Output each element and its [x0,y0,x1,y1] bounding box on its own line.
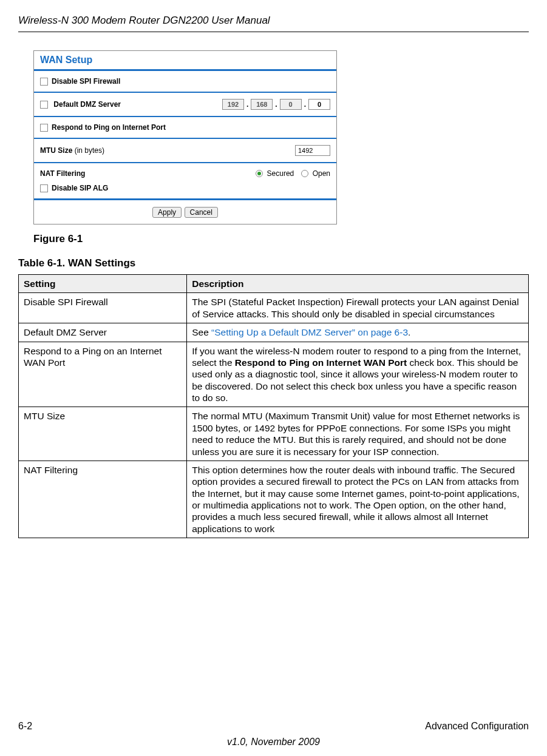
cell-setting: Default DMZ Server [19,323,187,342]
wan-setup-screenshot: WAN Setup Disable SPI Firewall Default D… [33,50,337,224]
cell-setting: Respond to a Ping on an Internet WAN Por… [19,342,187,407]
apply-button[interactable]: Apply [152,207,182,218]
running-header: Wireless-N 300 Modem Router DGN2200 User… [18,15,529,32]
screenshot-title: WAN Setup [34,51,336,69]
label-nat: NAT Filtering [40,169,256,178]
row-disable-spi: Disable SPI Firewall [34,71,336,92]
dmz-octet-4[interactable]: 0 [308,99,330,110]
label-mtu: MTU Size [40,146,72,155]
doc-version: v1.0, November 2009 [18,737,529,748]
page-number: 6-2 [18,721,32,732]
table-row: Respond to a Ping on an Internet WAN Por… [19,342,529,407]
th-setting: Setting [19,275,187,293]
label-disable-spi: Disable SPI Firewall [52,77,120,86]
cell-desc: See “Setting Up a Default DMZ Server” on… [187,323,529,342]
row-mtu: MTU Size (in bytes) 1492 [34,139,336,162]
dot: . [246,100,248,109]
label-respond-ping: Respond to Ping on Internet Port [52,123,166,132]
table-caption: Table 6-1. WAN Settings [18,257,529,269]
label-dmz: Default DMZ Server [53,100,121,109]
dot: . [275,100,277,109]
cell-setting: Disable SPI Firewall [19,293,187,323]
table-row: Default DMZ Server See “Setting Up a Def… [19,323,529,342]
checkbox-sip-alg[interactable] [40,184,48,192]
cell-desc: The SPI (Stateful Packet Inspection) Fir… [187,293,529,323]
dmz-octet-1[interactable]: 192 [222,99,244,110]
section-name: Advanced Configuration [425,721,529,732]
table-row: Disable SPI Firewall The SPI (Stateful P… [19,293,529,323]
label-sip-alg: Disable SIP ALG [52,184,108,192]
row-respond-ping: Respond to Ping on Internet Port [34,117,336,138]
dot: . [304,100,306,109]
row-nat: NAT Filtering Secured Open [34,163,336,184]
cell-setting: NAT Filtering [19,461,187,538]
cell-desc: If you want the wireless-N modem router … [187,342,529,407]
checkbox-dmz[interactable] [40,101,48,109]
cell-desc: The normal MTU (Maximum Transmit Unit) v… [187,407,529,461]
radio-secured[interactable] [256,170,263,177]
button-row: Apply Cancel [34,200,336,224]
label-mtu-suffix: (in bytes) [75,146,104,155]
cell-setting: MTU Size [19,407,187,461]
row-dmz: Default DMZ Server 192 . 168 . 0 . 0 [34,93,336,116]
table-row: NAT Filtering This option determines how… [19,461,529,538]
dmz-octet-2[interactable]: 168 [251,99,273,110]
cell-desc: This option determines how the router de… [187,461,529,538]
radio-open-label: Open [313,169,330,178]
figure-caption: Figure 6-1 [33,233,529,245]
checkbox-respond-ping[interactable] [40,124,48,132]
radio-secured-label: Secured [267,169,294,178]
page-footer: 6-2 Advanced Configuration v1.0, Novembe… [18,721,529,748]
cancel-button[interactable]: Cancel [185,207,218,218]
radio-open[interactable] [301,170,308,177]
dmz-octet-3[interactable]: 0 [280,99,302,110]
checkbox-disable-spi[interactable] [40,78,48,86]
table-row: MTU Size The normal MTU (Maximum Transmi… [19,407,529,461]
link-dmz-page[interactable]: “Setting Up a Default DMZ Server” on pag… [211,327,408,337]
row-sip-alg: Disable SIP ALG [34,184,336,198]
th-description: Description [187,275,529,293]
wan-settings-table: Setting Description Disable SPI Firewall… [18,274,529,538]
mtu-input[interactable]: 1492 [295,145,330,156]
